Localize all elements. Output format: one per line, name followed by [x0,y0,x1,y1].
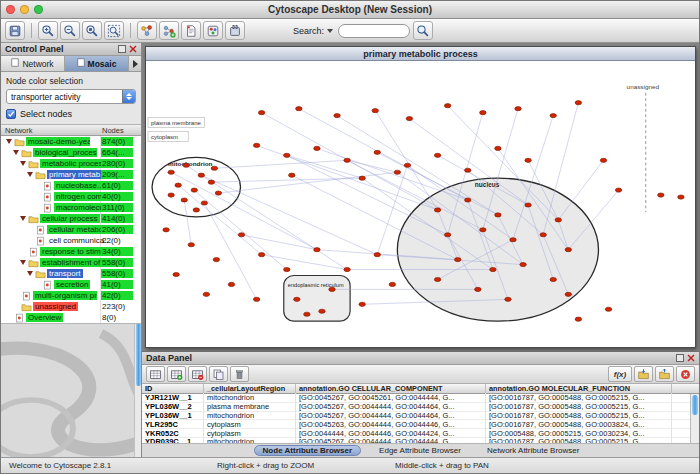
node-color-select[interactable]: transporter activity [6,89,136,104]
network-node[interactable] [175,183,181,187]
minimize-window-icon[interactable] [20,5,29,14]
plugins-button[interactable] [225,21,245,40]
network-node[interactable] [406,117,412,121]
select-arrows-icon[interactable] [122,90,135,103]
tree-row[interactable]: macromolecule... 311(0) [1,202,141,213]
vizmapper-button[interactable] [203,21,223,40]
zoom-fit-button[interactable] [104,21,124,40]
network-node[interactable] [329,287,335,291]
function-builder-button[interactable]: f(x) [608,366,632,382]
tab-mosaic[interactable]: Mosaic [65,56,129,71]
search-go-button[interactable] [413,21,433,40]
tree-row[interactable]: biological_process 664(... [1,147,141,158]
tree-row[interactable]: cell communica... 22(0) [1,235,141,246]
clear-button[interactable] [676,366,695,382]
network-node[interactable] [191,188,197,192]
network-node[interactable] [238,233,244,237]
attribute-create-button[interactable] [167,366,186,382]
window-titlebar[interactable]: Cytoscape Desktop (New Session) [1,1,699,19]
table-cell[interactable]: mitochondrion [204,393,296,402]
close-data-panel-icon[interactable] [687,354,695,362]
network-node[interactable] [520,262,526,266]
tree-row[interactable]: cellular metabo... 206(0) [1,224,141,235]
tree-scrollbar-thumb[interactable] [136,324,141,386]
network-node[interactable] [203,292,209,296]
tab-edge-attribute-browser[interactable]: Edge Attribute Browser [371,445,469,456]
expander-icon[interactable] [5,137,14,146]
column-header[interactable]: annotation.GO MOLECULAR_FUNCTION [486,384,672,393]
network-node[interactable] [201,201,207,205]
network-node[interactable] [193,208,199,212]
close-window-icon[interactable] [6,5,15,14]
table-cell[interactable]: [GO:0005488, GO:0005215, GO:0030234, G..… [486,429,672,438]
table-cell[interactable]: [GO:0016787, GO:0005488, GO:0003824, G..… [486,420,672,429]
tree-row[interactable]: cellular process 414(0) [1,213,141,224]
network-node[interactable] [490,267,496,271]
expander-icon[interactable] [19,258,28,267]
annotation-button[interactable] [181,21,201,40]
tree-row[interactable]: multi-organism pro... 42(0) [1,290,141,301]
attribute-select-button[interactable] [146,366,165,382]
table-cell[interactable]: [GO:0016787, GO:0005488, GO:0005215, G..… [486,402,672,411]
network-node[interactable] [183,163,189,167]
network-node[interactable] [434,208,440,212]
network-node[interactable] [454,258,460,262]
zoom-in-button[interactable] [38,21,58,40]
network-node[interactable] [359,176,365,180]
network-node[interactable] [296,107,302,111]
tree-row[interactable]: nitrogen compo... 40(0) [1,191,141,202]
network-node[interactable] [575,101,581,105]
table-cell[interactable]: [GO:0045267, GO:0044444, GO:0044464, G..… [296,411,486,420]
tree-node-label[interactable]: transport [47,269,83,278]
network-node[interactable] [465,198,471,202]
expander-icon[interactable] [26,269,35,278]
network-node[interactable] [188,243,194,247]
zoom-out-button[interactable] [60,21,80,40]
table-cell[interactable]: plasma membrane [204,402,296,411]
search-input[interactable] [338,24,410,38]
network-node[interactable] [258,111,264,115]
network-node[interactable] [344,158,350,162]
export-button[interactable] [655,366,674,382]
tree-node-label[interactable]: biological_process [33,148,97,157]
tree-header[interactable]: Network Nodes [1,125,141,136]
expander-icon[interactable] [19,214,28,223]
attribute-copy-button[interactable] [209,366,228,382]
network-node[interactable] [253,143,259,147]
select-nodes-checkbox[interactable] [6,109,16,119]
new-network-button[interactable] [159,21,179,40]
tab-network[interactable]: Network [1,56,65,71]
network-node[interactable] [374,150,380,154]
tab-node-attribute-browser[interactable]: Node Attribute Browser [254,445,362,456]
tree-col-nodes[interactable]: Nodes [102,126,124,135]
table-cell[interactable]: YPL036W__2 [142,402,204,411]
tree-node-label[interactable]: unassigned [33,302,78,311]
tree-node-label[interactable]: cellular process [40,214,100,223]
network-node[interactable] [173,272,179,276]
network-node[interactable] [444,104,450,108]
column-header[interactable]: ID [142,384,204,393]
network-node[interactable] [444,233,450,237]
tree-node-label[interactable]: establishment of l... [40,258,104,267]
network-node[interactable] [605,307,611,311]
network-node[interactable] [480,228,486,232]
tree-node-label[interactable]: response to stimul... [40,247,104,256]
network-node[interactable] [525,158,531,162]
network-canvas[interactable]: plasma membranecytoplasmmitochondrionnuc… [146,61,695,347]
network-node[interactable] [505,297,511,301]
birdseye-view[interactable] [1,324,141,457]
network-node[interactable] [515,107,521,111]
tree-node-label[interactable]: secretion [54,280,90,289]
tree-row[interactable]: transport 558(0) [1,268,141,279]
network-node[interactable] [294,297,300,301]
table-scrollbar[interactable] [690,394,699,443]
expander-icon[interactable] [12,148,21,157]
network-node[interactable] [334,114,340,118]
network-node[interactable] [434,153,440,157]
network-node[interactable] [389,282,395,286]
network-node[interactable] [550,114,556,118]
network-node[interactable] [198,173,204,177]
network-node[interactable] [211,166,217,170]
tree-scrollbar[interactable] [134,324,141,457]
tree-node-label[interactable]: Overview [26,313,63,322]
